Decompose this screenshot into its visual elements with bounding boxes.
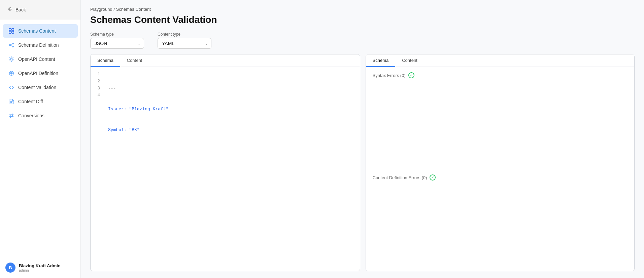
sidebar-item-content-diff[interactable]: Content Diff: [3, 95, 78, 108]
back-button[interactable]: Back: [0, 0, 80, 19]
svg-rect-3: [12, 31, 14, 33]
sidebar-item-label: Content Diff: [18, 99, 43, 104]
share-icon: [8, 42, 15, 48]
target-icon: [8, 70, 15, 77]
sidebar-item-openapi-content[interactable]: OpenAPI Content: [3, 52, 78, 66]
user-name: Blazing Kraft Admin: [19, 263, 61, 268]
svg-point-10: [11, 73, 12, 74]
svg-rect-2: [9, 31, 11, 33]
sidebar-item-schemas-content[interactable]: Schemas Content: [3, 24, 78, 38]
sidebar-item-schemas-definition[interactable]: Schemas Definition: [3, 38, 78, 52]
schema-type-group: Schema type JSON YAML ⌄: [90, 32, 144, 49]
content-type-group: Content type YAML JSON ⌄: [158, 32, 211, 49]
check-icon-content: [430, 174, 436, 181]
sidebar-nav: Schemas Content Schemas Definition O: [0, 19, 80, 257]
left-editor-panel: Schema Content 1 2 3 4 --- Issuer: "Blaz…: [90, 54, 360, 271]
content-type-select-wrapper: YAML JSON ⌄: [158, 38, 211, 49]
content-type-label: Content type: [158, 32, 211, 37]
breadcrumb-parent: Playground: [90, 7, 112, 12]
sidebar-item-label: Content Validation: [18, 85, 56, 90]
tab-content-right[interactable]: Content: [395, 54, 424, 67]
content-definition-errors-header: Content Definition Errors (0): [373, 174, 628, 181]
svg-rect-1: [12, 29, 14, 31]
sidebar-item-content-validation[interactable]: Content Validation: [3, 81, 78, 94]
page-title: Schemas Content Validation: [90, 14, 635, 25]
grid-icon: [8, 28, 15, 34]
schema-type-select[interactable]: JSON YAML: [90, 38, 144, 49]
sidebar-item-label: Schemas Definition: [18, 42, 59, 48]
sidebar: Back Schemas Content: [0, 0, 81, 278]
code-content[interactable]: --- Issuer: "Blazing Kraft" Symbol: "BK": [104, 71, 360, 267]
content-definition-errors-box: Content Definition Errors (0): [366, 169, 635, 271]
code-editor: 1 2 3 4 --- Issuer: "Blazing Kraft" Symb…: [91, 67, 360, 271]
syntax-errors-label: Syntax Errors (0): [373, 73, 406, 78]
svg-point-7: [10, 58, 12, 60]
line-numbers: 1 2 3 4: [91, 71, 104, 267]
code-editor-body[interactable]: 1 2 3 4 --- Issuer: "Blazing Kraft" Symb…: [91, 67, 360, 271]
svg-rect-0: [9, 29, 11, 31]
tab-schema-left[interactable]: Schema: [91, 54, 120, 67]
sidebar-item-label: Conversions: [18, 113, 44, 118]
right-tab-bar: Schema Content: [366, 54, 635, 67]
back-label: Back: [15, 7, 26, 12]
schema-type-select-wrapper: JSON YAML ⌄: [90, 38, 144, 49]
right-editor-panel: Schema Content Syntax Errors (0): [366, 54, 635, 271]
syntax-errors-box: Syntax Errors (0): [366, 67, 635, 169]
avatar: B: [5, 263, 15, 273]
sidebar-footer: B Blazing Kraft Admin admin: [0, 257, 80, 278]
sidebar-item-label: OpenAPI Content: [18, 56, 55, 62]
syntax-errors-header: Syntax Errors (0): [373, 72, 628, 78]
schema-type-label: Schema type: [90, 32, 144, 37]
settings-icon: [8, 56, 15, 63]
breadcrumb: Playground / Schemas Content: [90, 7, 635, 12]
content-type-select[interactable]: YAML JSON: [158, 38, 211, 49]
breadcrumb-separator: /: [113, 7, 116, 12]
sidebar-item-conversions[interactable]: Conversions: [3, 109, 78, 122]
main-content: Playground / Schemas Content Schemas Con…: [81, 0, 644, 278]
swap-icon: [8, 112, 15, 119]
breadcrumb-current: Schemas Content: [116, 7, 151, 12]
tab-schema-right[interactable]: Schema: [366, 54, 396, 67]
sidebar-item-label: OpenAPI Definition: [18, 71, 58, 76]
check-icon-syntax: [408, 72, 414, 78]
content-definition-errors-label: Content Definition Errors (0): [373, 175, 427, 180]
sidebar-item-openapi-definition[interactable]: OpenAPI Definition: [3, 67, 78, 80]
user-info: Blazing Kraft Admin admin: [19, 263, 61, 272]
tab-content-left[interactable]: Content: [120, 54, 149, 67]
sidebar-item-label: Schemas Content: [18, 28, 56, 34]
result-boxes-container: Syntax Errors (0) Content Definition Err…: [366, 67, 635, 271]
code-icon: [8, 84, 15, 91]
left-tab-bar: Schema Content: [91, 54, 360, 67]
controls-row: Schema type JSON YAML ⌄ Content type YAM…: [90, 32, 635, 49]
file-icon: [8, 98, 15, 105]
editors-row: Schema Content 1 2 3 4 --- Issuer: "Blaz…: [90, 54, 635, 271]
results-panel: Schema Content Syntax Errors (0): [366, 54, 635, 271]
back-icon: [7, 6, 13, 13]
user-role: admin: [19, 268, 61, 272]
